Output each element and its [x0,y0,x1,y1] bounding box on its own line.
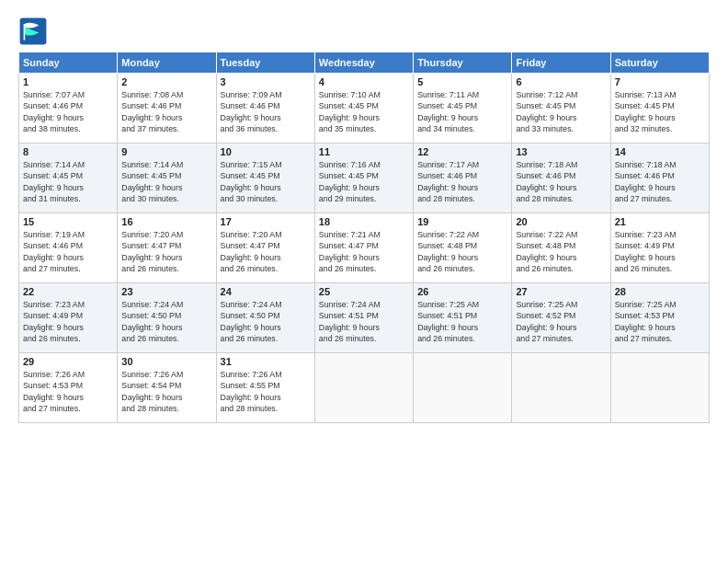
day-cell: 1Sunrise: 7:07 AM Sunset: 4:46 PM Daylig… [19,74,118,144]
day-number: 14 [615,146,705,157]
day-cell: 29Sunrise: 7:26 AM Sunset: 4:53 PM Dayli… [19,353,118,423]
day-cell: 12Sunrise: 7:17 AM Sunset: 4:46 PM Dayli… [414,144,512,213]
day-info: Sunrise: 7:14 AM Sunset: 4:45 PM Dayligh… [23,159,113,204]
header [18,17,710,46]
day-info: Sunrise: 7:24 AM Sunset: 4:50 PM Dayligh… [121,299,211,344]
day-info: Sunrise: 7:18 AM Sunset: 4:46 PM Dayligh… [516,159,606,204]
day-cell: 18Sunrise: 7:21 AM Sunset: 4:47 PM Dayli… [314,213,413,283]
week-row-0: 1Sunrise: 7:07 AM Sunset: 4:46 PM Daylig… [19,74,710,144]
day-info: Sunrise: 7:07 AM Sunset: 4:46 PM Dayligh… [23,89,113,134]
day-cell: 28Sunrise: 7:25 AM Sunset: 4:53 PM Dayli… [610,283,709,353]
day-cell: 14Sunrise: 7:18 AM Sunset: 4:46 PM Dayli… [610,144,709,213]
day-number: 5 [417,76,507,87]
day-number: 8 [23,146,113,157]
day-info: Sunrise: 7:20 AM Sunset: 4:47 PM Dayligh… [121,229,211,274]
day-number: 7 [615,76,705,87]
day-info: Sunrise: 7:12 AM Sunset: 4:45 PM Dayligh… [516,89,606,134]
page: SundayMondayTuesdayWednesdayThursdayFrid… [0,0,728,563]
day-number: 1 [23,76,113,87]
logo [18,17,51,46]
day-cell: 5Sunrise: 7:11 AM Sunset: 4:45 PM Daylig… [414,74,512,144]
day-number: 31 [221,356,311,367]
day-cell: 31Sunrise: 7:26 AM Sunset: 4:55 PM Dayli… [216,353,314,423]
day-info: Sunrise: 7:24 AM Sunset: 4:51 PM Dayligh… [319,299,409,344]
day-cell [314,353,413,423]
day-number: 19 [417,216,507,227]
day-info: Sunrise: 7:14 AM Sunset: 4:45 PM Dayligh… [121,159,211,204]
calendar: SundayMondayTuesdayWednesdayThursdayFrid… [18,52,710,423]
day-number: 26 [417,286,507,297]
day-info: Sunrise: 7:09 AM Sunset: 4:46 PM Dayligh… [221,89,311,134]
day-info: Sunrise: 7:08 AM Sunset: 4:46 PM Dayligh… [121,89,211,134]
day-cell: 16Sunrise: 7:20 AM Sunset: 4:47 PM Dayli… [118,213,216,283]
day-number: 21 [615,216,705,227]
day-info: Sunrise: 7:19 AM Sunset: 4:46 PM Dayligh… [23,229,113,274]
week-row-2: 15Sunrise: 7:19 AM Sunset: 4:46 PM Dayli… [19,213,710,283]
day-cell: 17Sunrise: 7:20 AM Sunset: 4:47 PM Dayli… [216,213,314,283]
day-info: Sunrise: 7:21 AM Sunset: 4:47 PM Dayligh… [319,229,409,274]
day-info: Sunrise: 7:23 AM Sunset: 4:49 PM Dayligh… [615,229,705,274]
day-cell [414,353,512,423]
day-cell [512,353,610,423]
col-header-tuesday: Tuesday [216,52,314,74]
day-cell: 30Sunrise: 7:26 AM Sunset: 4:54 PM Dayli… [118,353,216,423]
col-header-thursday: Thursday [414,52,512,74]
day-info: Sunrise: 7:13 AM Sunset: 4:45 PM Dayligh… [615,89,705,134]
day-number: 4 [319,76,409,87]
day-number: 6 [516,76,606,87]
day-info: Sunrise: 7:24 AM Sunset: 4:50 PM Dayligh… [221,299,311,344]
week-row-1: 8Sunrise: 7:14 AM Sunset: 4:45 PM Daylig… [19,144,710,213]
col-header-saturday: Saturday [610,52,709,74]
day-number: 22 [23,286,113,297]
day-cell: 21Sunrise: 7:23 AM Sunset: 4:49 PM Dayli… [610,213,709,283]
day-number: 17 [221,216,311,227]
day-cell [610,353,709,423]
day-number: 18 [319,216,409,227]
col-header-sunday: Sunday [19,52,118,74]
week-row-4: 29Sunrise: 7:26 AM Sunset: 4:53 PM Dayli… [19,353,710,423]
day-number: 27 [516,286,606,297]
day-cell: 6Sunrise: 7:12 AM Sunset: 4:45 PM Daylig… [512,74,610,144]
day-number: 30 [121,356,211,367]
day-cell: 13Sunrise: 7:18 AM Sunset: 4:46 PM Dayli… [512,144,610,213]
day-number: 15 [23,216,113,227]
day-cell: 24Sunrise: 7:24 AM Sunset: 4:50 PM Dayli… [216,283,314,353]
day-number: 2 [121,76,211,87]
day-number: 16 [121,216,211,227]
col-header-monday: Monday [118,52,216,74]
day-info: Sunrise: 7:26 AM Sunset: 4:54 PM Dayligh… [121,369,211,414]
day-info: Sunrise: 7:17 AM Sunset: 4:46 PM Dayligh… [417,159,507,204]
day-number: 11 [319,146,409,157]
day-info: Sunrise: 7:18 AM Sunset: 4:46 PM Dayligh… [615,159,705,204]
day-cell: 20Sunrise: 7:22 AM Sunset: 4:48 PM Dayli… [512,213,610,283]
day-cell: 11Sunrise: 7:16 AM Sunset: 4:45 PM Dayli… [314,144,413,213]
col-header-friday: Friday [512,52,610,74]
day-cell: 3Sunrise: 7:09 AM Sunset: 4:46 PM Daylig… [216,74,314,144]
day-info: Sunrise: 7:11 AM Sunset: 4:45 PM Dayligh… [417,89,507,134]
calendar-header-row: SundayMondayTuesdayWednesdayThursdayFrid… [19,52,710,74]
day-number: 29 [23,356,113,367]
day-info: Sunrise: 7:10 AM Sunset: 4:45 PM Dayligh… [319,89,409,134]
day-cell: 15Sunrise: 7:19 AM Sunset: 4:46 PM Dayli… [19,213,118,283]
day-info: Sunrise: 7:26 AM Sunset: 4:53 PM Dayligh… [23,369,113,414]
day-info: Sunrise: 7:22 AM Sunset: 4:48 PM Dayligh… [417,229,507,274]
day-cell: 7Sunrise: 7:13 AM Sunset: 4:45 PM Daylig… [610,74,709,144]
day-info: Sunrise: 7:15 AM Sunset: 4:45 PM Dayligh… [221,159,311,204]
logo-icon [18,17,48,46]
day-info: Sunrise: 7:22 AM Sunset: 4:48 PM Dayligh… [516,229,606,274]
day-cell: 27Sunrise: 7:25 AM Sunset: 4:52 PM Dayli… [512,283,610,353]
day-info: Sunrise: 7:25 AM Sunset: 4:53 PM Dayligh… [615,299,705,344]
day-number: 10 [221,146,311,157]
day-info: Sunrise: 7:16 AM Sunset: 4:45 PM Dayligh… [319,159,409,204]
day-cell: 19Sunrise: 7:22 AM Sunset: 4:48 PM Dayli… [414,213,512,283]
day-number: 3 [221,76,311,87]
day-cell: 10Sunrise: 7:15 AM Sunset: 4:45 PM Dayli… [216,144,314,213]
col-header-wednesday: Wednesday [314,52,413,74]
day-number: 9 [121,146,211,157]
week-row-3: 22Sunrise: 7:23 AM Sunset: 4:49 PM Dayli… [19,283,710,353]
day-cell: 4Sunrise: 7:10 AM Sunset: 4:45 PM Daylig… [314,74,413,144]
day-info: Sunrise: 7:25 AM Sunset: 4:52 PM Dayligh… [516,299,606,344]
day-number: 28 [615,286,705,297]
day-number: 20 [516,216,606,227]
day-info: Sunrise: 7:23 AM Sunset: 4:49 PM Dayligh… [23,299,113,344]
